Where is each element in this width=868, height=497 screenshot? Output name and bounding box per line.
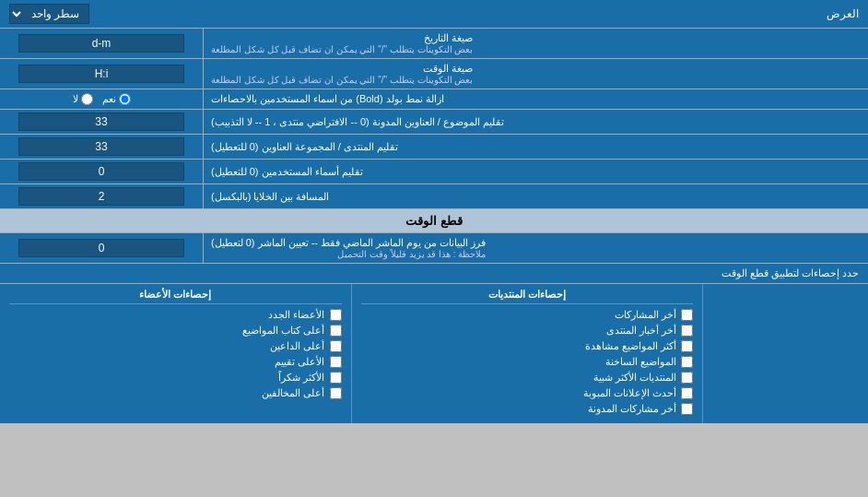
cut-time-row: فرز البيانات من يوم الماشر الماضي فقط --… xyxy=(0,233,868,264)
topic-titles-input-cell xyxy=(0,110,203,134)
checkbox-most-thanks-label[interactable]: الأكثر شكراً xyxy=(278,372,324,384)
bold-remove-label: ازالة نمط بولد (Bold) من اسماء المستخدمي… xyxy=(203,89,868,109)
forum-stats-header: إحصاءات المنتديات xyxy=(361,289,694,304)
checkboxes-section: إحصاءات المنتديات أخر المشاركات أخر أخبا… xyxy=(0,284,868,423)
time-format-input[interactable] xyxy=(18,65,184,83)
cut-time-input-cell xyxy=(0,233,203,263)
date-format-label: صيغة التاريخ بعض التكوينات يتطلب "/" الت… xyxy=(203,29,868,58)
usernames-label: تقليم أسماء المستخدمين (0 للتعطيل) xyxy=(203,160,868,183)
display-select[interactable]: سطر واحدسطرينثلاثة أسطر xyxy=(9,4,89,24)
checkbox-top-writers-input[interactable] xyxy=(330,325,342,337)
checkbox-top-inviters-label[interactable]: أعلى الداعين xyxy=(270,340,324,352)
forum-titles-input[interactable] xyxy=(18,137,184,156)
usernames-input[interactable] xyxy=(18,162,184,181)
radio-no[interactable] xyxy=(81,93,93,105)
checkbox-new-members: الأعضاء الجدد xyxy=(9,309,342,321)
checkbox-col-forum: إحصاءات المنتديات أخر المشاركات أخر أخبا… xyxy=(351,284,703,423)
usernames-input-cell xyxy=(0,160,203,183)
topic-titles-row: تقليم الموضوع / العناوين المدونة (0 -- ا… xyxy=(0,110,868,135)
checkbox-most-thanks: الأكثر شكراً xyxy=(9,372,342,384)
checkbox-top-inviters: أعلى الداعين xyxy=(9,340,342,352)
checkbox-blog-posts-label[interactable]: أخر مشاركات المدونة xyxy=(588,403,676,415)
main-container: العرض سطر واحدسطرينثلاثة أسطر صيغة التار… xyxy=(0,0,868,423)
checkbox-forum-news: أخر أخبار المنتدى xyxy=(361,325,694,337)
checkbox-most-viewed-input[interactable] xyxy=(681,340,693,352)
forum-titles-input-cell xyxy=(0,135,203,159)
time-format-row: صيغة الوقت بعض التكوينات يتطلب "/" التي … xyxy=(0,59,868,89)
checkbox-hot-topics-input[interactable] xyxy=(681,356,693,368)
checkbox-latest-ads-input[interactable] xyxy=(681,387,693,399)
checkbox-col-members: إحصاءات الأعضاء الأعضاء الجدد أعلى كتاب … xyxy=(0,284,351,423)
checkbox-last-posts: أخر المشاركات xyxy=(361,309,694,321)
cell-spacing-input-cell xyxy=(0,184,203,208)
member-stats-header: إحصاءات الأعضاء xyxy=(9,289,342,304)
date-format-input-cell xyxy=(0,29,203,58)
checkbox-latest-ads: أحدث الإعلانات المبوبة xyxy=(361,387,694,399)
display-label: العرض xyxy=(827,7,859,20)
cell-spacing-label: المسافة بين الخلايا (بالبكسل) xyxy=(203,184,868,208)
date-format-input[interactable] xyxy=(18,34,184,53)
checkbox-most-viewed: أكثر المواضيع مشاهدة xyxy=(361,340,694,352)
checkbox-blog-posts-input[interactable] xyxy=(681,403,693,415)
cell-spacing-input[interactable] xyxy=(18,187,184,206)
checkbox-forum-news-input[interactable] xyxy=(681,325,693,337)
checkbox-most-forums-label[interactable]: المنتديات الأكثر شبية xyxy=(593,372,676,384)
checkbox-forum-news-label[interactable]: أخر أخبار المنتدى xyxy=(606,325,676,337)
checkbox-top-violations-label[interactable]: أعلى المخالفين xyxy=(262,387,324,399)
checkbox-hot-topics-label[interactable]: المواضيع الساخنة xyxy=(605,356,676,368)
checkbox-most-forums: المنتديات الأكثر شبية xyxy=(361,372,694,384)
radio-no-label[interactable]: لا xyxy=(73,93,93,105)
cell-spacing-row: المسافة بين الخلايا (بالبكسل) xyxy=(0,184,868,209)
topic-titles-input[interactable] xyxy=(18,112,184,131)
topic-titles-label: تقليم الموضوع / العناوين المدونة (0 -- ا… xyxy=(203,110,868,134)
checkbox-col-empty xyxy=(702,284,868,423)
checkbox-last-posts-input[interactable] xyxy=(681,309,693,321)
checkbox-top-rated-input[interactable] xyxy=(330,356,342,368)
bold-remove-radio-cell: نعم لا xyxy=(0,89,203,109)
checkbox-top-violations-input[interactable] xyxy=(330,387,342,399)
top-bar: العرض سطر واحدسطرينثلاثة أسطر xyxy=(0,0,868,29)
bold-remove-row: ازالة نمط بولد (Bold) من اسماء المستخدمي… xyxy=(0,89,868,110)
checkbox-top-writers-label[interactable]: أعلى كتاب المواضيع xyxy=(242,325,324,337)
forum-titles-label: تقليم المنتدى / المجموعة العناوين (0 للت… xyxy=(203,135,868,159)
checkbox-most-forums-input[interactable] xyxy=(681,372,693,384)
forum-titles-row: تقليم المنتدى / المجموعة العناوين (0 للت… xyxy=(0,135,868,160)
cut-time-input[interactable] xyxy=(18,239,184,257)
cut-time-section-header: قطع الوقت xyxy=(0,209,868,233)
checkbox-last-posts-label[interactable]: أخر المشاركات xyxy=(615,309,676,321)
time-format-label: صيغة الوقت بعض التكوينات يتطلب "/" التي … xyxy=(203,59,868,89)
checkbox-hot-topics: المواضيع الساخنة xyxy=(361,356,694,368)
checkbox-latest-ads-label[interactable]: أحدث الإعلانات المبوبة xyxy=(583,387,676,399)
radio-yes-label[interactable]: نعم xyxy=(102,93,131,105)
usernames-row: تقليم أسماء المستخدمين (0 للتعطيل) xyxy=(0,160,868,184)
checkbox-most-viewed-label[interactable]: أكثر المواضيع مشاهدة xyxy=(585,340,676,352)
limit-label-row: حدد إحصاءات لتطبيق قطع الوقت xyxy=(0,264,868,284)
checkbox-top-rated: الأعلى تقييم xyxy=(9,356,342,368)
checkbox-top-violations: أعلى المخالفين xyxy=(9,387,342,399)
cut-time-label: فرز البيانات من يوم الماشر الماضي فقط --… xyxy=(203,233,868,263)
time-format-input-cell xyxy=(0,59,203,89)
checkbox-new-members-input[interactable] xyxy=(330,309,342,321)
date-format-row: صيغة التاريخ بعض التكوينات يتطلب "/" الت… xyxy=(0,29,868,59)
checkbox-top-inviters-input[interactable] xyxy=(330,340,342,352)
checkbox-blog-posts: أخر مشاركات المدونة xyxy=(361,403,694,415)
radio-yes[interactable] xyxy=(119,93,131,105)
checkbox-top-rated-label[interactable]: الأعلى تقييم xyxy=(275,356,324,368)
checkbox-new-members-label[interactable]: الأعضاء الجدد xyxy=(268,309,324,321)
checkbox-most-thanks-input[interactable] xyxy=(330,372,342,384)
checkbox-top-writers: أعلى كتاب المواضيع xyxy=(9,325,342,337)
